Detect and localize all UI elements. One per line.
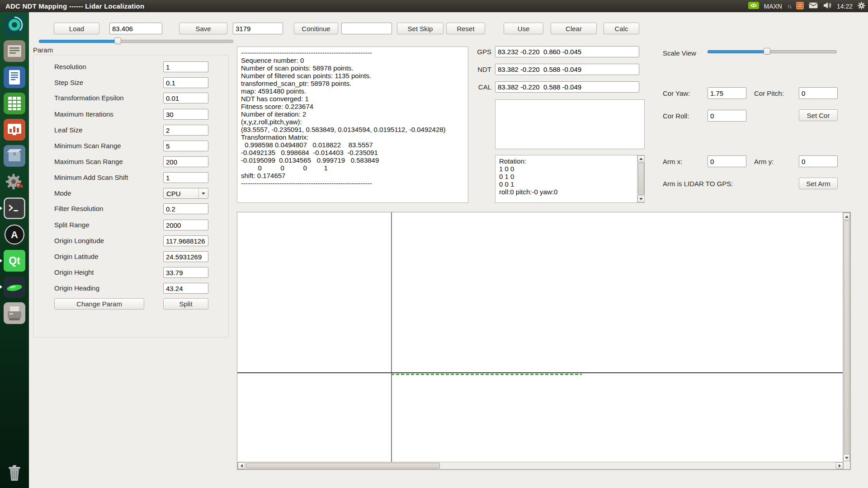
running-indicator [0, 259, 2, 263]
load-button[interactable]: Load [54, 23, 99, 34]
param-group-title: Param [33, 46, 53, 54]
cor-yaw-label: Cor Yaw: [663, 89, 690, 97]
continue-button-label: Conitinue [302, 25, 330, 33]
param-input-maximum-iterations[interactable] [163, 109, 208, 120]
slider-handle[interactable] [764, 48, 770, 55]
arrow-up-icon [639, 158, 643, 160]
cor-pitch-input[interactable] [799, 87, 838, 99]
clock[interactable]: 14:22 [837, 3, 853, 10]
dock-icon-printer-stack[interactable] [4, 302, 25, 324]
trajectory-trace-green [391, 374, 582, 375]
dock-icon-calc[interactable] [4, 93, 25, 114]
launcher-dock: A Qt [0, 12, 29, 488]
param-input-origin-height[interactable] [163, 267, 208, 278]
param-input-origin-longitude[interactable] [163, 235, 208, 246]
trash-icon[interactable] [4, 463, 25, 484]
empty-preview-box [495, 99, 645, 149]
param-input-leaf-size[interactable] [163, 125, 208, 136]
ndt-pose-input[interactable] [495, 64, 639, 75]
use-button[interactable]: Use [504, 23, 543, 34]
change-param-button[interactable]: Change Param [54, 298, 144, 310]
param-input-step-size[interactable] [163, 77, 208, 88]
scroll-right-button[interactable] [836, 462, 843, 469]
param-input-origin-heading[interactable] [163, 283, 208, 294]
param-input-filter-resolution[interactable] [163, 203, 208, 214]
scrollbar-thumb[interactable] [246, 463, 440, 469]
plot-vertical-scrollbar[interactable] [843, 212, 850, 469]
set-skip-button-label: Set Skip [408, 25, 433, 33]
param-input-maximum-scan-range[interactable] [163, 156, 208, 167]
scroll-up-button[interactable] [637, 155, 645, 162]
volume-icon[interactable] [823, 2, 832, 10]
param-input-origin-latitude[interactable] [163, 251, 208, 262]
arrow-right-icon [839, 464, 841, 468]
param-input-minimum-add-scan-shift[interactable] [163, 172, 208, 183]
desktop: ADC NDT Mapping ------ Lidar Localizatio… [0, 0, 868, 488]
crosshair-vertical-line [391, 212, 392, 463]
reset-button[interactable]: Reset [446, 23, 485, 34]
mode-select-value: CPU [166, 190, 181, 197]
gps-label: GPS [474, 48, 491, 56]
dock-icon-pointcloud-app[interactable] [4, 276, 25, 298]
cor-yaw-input[interactable] [708, 87, 746, 99]
session-gear-icon[interactable] [858, 2, 865, 11]
param-input-minimum-scan-range[interactable] [163, 141, 208, 151]
set-cor-button-label: Set Cor [807, 112, 830, 119]
scroll-up-button[interactable] [843, 213, 850, 220]
scroll-down-button[interactable] [843, 454, 850, 461]
continue-button[interactable]: Conitinue [294, 23, 338, 34]
dock-icon-terminal[interactable] [4, 197, 25, 219]
input-method-icon[interactable] [796, 2, 804, 11]
rotation-scrollbar[interactable] [637, 155, 644, 202]
param-input-split-range[interactable] [163, 220, 208, 230]
scroll-down-button[interactable] [637, 196, 645, 202]
clear-button[interactable]: Clear [551, 23, 597, 34]
set-arm-button[interactable]: Set Arm [799, 178, 838, 189]
dock-icon-impress[interactable] [4, 119, 25, 141]
skip-value-input[interactable] [341, 23, 392, 34]
mail-icon[interactable] [809, 2, 818, 10]
cal-pose-input[interactable] [495, 81, 639, 93]
scroll-left-button[interactable] [238, 462, 245, 469]
cor-roll-input[interactable] [708, 110, 746, 122]
mode-select-button[interactable] [198, 188, 208, 198]
param-label-leaf-size: Leaf Size [54, 126, 83, 134]
dock-icon-archive-manager[interactable] [4, 40, 25, 62]
running-indicator [0, 285, 2, 289]
app-window: Load Save Conitinue Set Skip Reset Use C… [29, 12, 868, 488]
calc-button[interactable]: Calc [604, 23, 639, 34]
network-arrows-icon[interactable]: ↑↓ [787, 3, 791, 9]
reset-button-label: Reset [457, 25, 474, 33]
gps-pose-input[interactable] [495, 46, 639, 57]
dock-icon-system-settings-gear[interactable] [4, 171, 25, 193]
scale-view-slider[interactable] [708, 48, 836, 55]
slider-handle[interactable] [114, 38, 121, 44]
arm-y-input[interactable] [799, 155, 838, 167]
save-value-input[interactable] [233, 23, 283, 34]
set-skip-button[interactable]: Set Skip [397, 23, 443, 34]
param-input-resolution[interactable] [163, 61, 208, 72]
scrollbar-thumb[interactable] [844, 221, 849, 455]
load-value-input[interactable] [109, 23, 162, 34]
dock-icon-package-box[interactable] [4, 145, 25, 167]
chevron-down-icon [202, 192, 205, 195]
scrollbar-thumb[interactable] [638, 163, 644, 195]
dock-icon-settings-teal[interactable] [4, 14, 25, 36]
param-label-origin-latitude: Origin Latitude [54, 253, 99, 260]
plot-horizontal-scrollbar[interactable] [237, 462, 844, 469]
arm-note-label: Arm is LIDAR TO GPS: [663, 180, 733, 188]
nvidia-icon[interactable] [748, 2, 759, 10]
arm-x-label: Arm x: [663, 158, 682, 165]
dock-icon-a-circle[interactable]: A [4, 224, 25, 245]
dock-icon-writer[interactable] [4, 66, 25, 88]
map-plot-viewport[interactable] [237, 212, 851, 470]
mode-select[interactable]: CPU [163, 188, 208, 199]
param-input-transformation-epsilon[interactable] [163, 93, 208, 103]
split-button[interactable]: Split [163, 298, 208, 310]
dock-icon-qt-creator[interactable]: Qt [4, 250, 25, 272]
sequence-slider[interactable] [39, 38, 232, 44]
param-label-transformation-epsilon: Transformation Epsilon [54, 94, 124, 102]
save-button[interactable]: Save [179, 23, 227, 34]
set-cor-button[interactable]: Set Cor [799, 109, 838, 121]
arm-x-input[interactable] [708, 155, 746, 167]
